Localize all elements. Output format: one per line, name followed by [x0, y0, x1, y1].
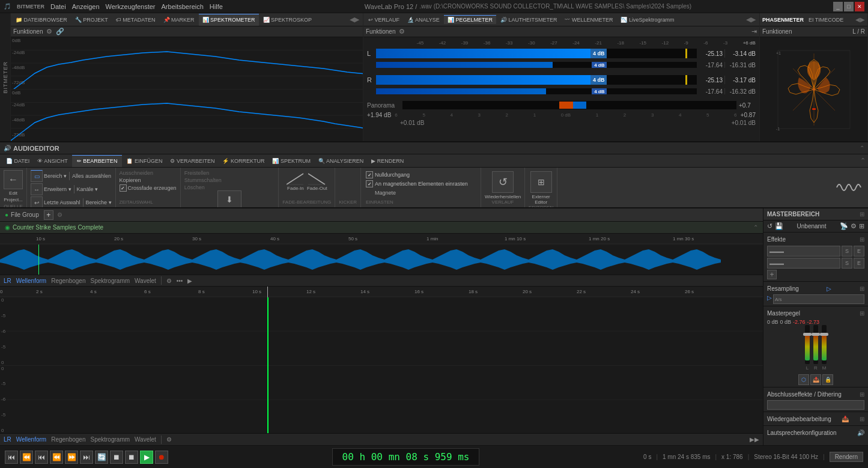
menu-datei[interactable]: Datei — [50, 3, 66, 10]
render-btn[interactable]: Rendern — [830, 452, 863, 462]
editor-collapse-btn[interactable]: ⌃ — [860, 157, 866, 165]
tab-marker[interactable]: 📌 MARKER — [160, 14, 198, 26]
editor-tab-ansicht[interactable]: 👁 ANSICHT — [34, 155, 71, 167]
tab-livespektrogramm[interactable]: 📉 LiveSpektrogramm — [617, 16, 678, 24]
view-nav-btn[interactable]: ▶▶ — [750, 436, 759, 443]
lautsprecher-section-header[interactable]: Lautsprecherkonfiguration 🔊 — [767, 428, 864, 437]
wireless-icon[interactable]: 📡 — [840, 222, 848, 230]
crossfade-checkbox[interactable]: ✓ — [120, 184, 127, 192]
lautsprecher-icon[interactable]: 🔊 — [857, 430, 864, 436]
resampling-section-header[interactable]: Resampling ▷ ⊞ — [767, 284, 864, 293]
transport-rewind[interactable]: ⏮ — [35, 451, 48, 464]
tab-lautheitsmeter[interactable]: 🔊 LAUTHEITSMETER — [497, 16, 561, 24]
fade-out-btn[interactable]: Fade-Out — [307, 172, 327, 191]
effekte-fader2[interactable]: ▬▬▬ — [767, 258, 840, 269]
preset-expand-icon[interactable]: ⊞ — [859, 222, 864, 230]
sync-icon[interactable]: 🔗 — [56, 28, 64, 35]
master-panel-expand[interactable]: ⊞ — [860, 211, 864, 217]
editor-tab-korrektur[interactable]: ⚡ KORREKTUR — [219, 155, 268, 167]
nulldurchgang-check[interactable]: ✓ Nulldurchgang — [366, 171, 476, 178]
meter-btn1[interactable]: ⬡ — [798, 374, 809, 385]
transport-back[interactable]: ⏪ — [50, 451, 63, 464]
kopieren-btn[interactable]: Kopieren — [120, 177, 141, 183]
crossfade-label[interactable]: Crossfade erzeugen — [128, 185, 177, 191]
externer-editor-btn[interactable]: ⊞ — [530, 171, 552, 193]
view-dots-btn[interactable]: ••• — [177, 278, 183, 284]
editor-tab-spektrum[interactable]: 📊 SPEKTRUM — [269, 155, 314, 167]
wellenform-view-btn2[interactable]: Wellenform — [16, 436, 46, 443]
fader-r[interactable] — [812, 333, 820, 336]
resampling-expand[interactable]: ⊞ — [860, 285, 864, 292]
tab-wellenmeter[interactable]: 〰 WELLENMETER — [561, 16, 616, 24]
editor-tab-bearbeiten[interactable]: ✏ BEARBEITEN — [72, 155, 123, 167]
spektrogramm-view-btn2[interactable]: Spektrogramm — [90, 436, 130, 443]
transport-forward[interactable]: ⏩ — [65, 451, 78, 464]
transport-stop2[interactable]: ⏹ — [125, 451, 138, 464]
freistellen-btn[interactable]: Freistellen — [184, 170, 210, 176]
resampling-play[interactable]: ▷ — [767, 294, 772, 304]
effekte-section-header[interactable]: Effekte ⊞ — [767, 234, 864, 244]
abschluss-slot[interactable] — [767, 400, 864, 410]
menu-hilfe[interactable]: Hilfe — [210, 3, 223, 10]
collapse-right-tabs[interactable]: ◀▶ — [744, 16, 758, 23]
view-settings-btn2[interactable]: ⚙ — [166, 436, 172, 443]
regenbogen-view-btn[interactable]: Regenbogen — [51, 278, 85, 284]
settings-icon[interactable]: ⚙ — [46, 28, 52, 35]
bereich-tool[interactable]: ▭ — [31, 170, 43, 182]
einfuegen-btn[interactable]: ⬇ — [217, 190, 241, 208]
transport-skip-end[interactable]: ⏭ — [80, 451, 93, 464]
tab-spektrometer[interactable]: 📊 SPEKTROMETER — [199, 14, 259, 26]
view-arrows-btn[interactable]: ▶ — [187, 278, 192, 284]
spektrogramm-view-btn[interactable]: Spektrogramm — [90, 278, 130, 284]
fader-l[interactable] — [803, 333, 812, 336]
tab-pegelmeter[interactable]: 📊 PEGELMETER — [444, 15, 496, 24]
maximize-btn[interactable]: □ — [844, 2, 854, 11]
add-group-btn[interactable]: + — [44, 210, 53, 220]
wellenform-view-btn[interactable]: Wellenform — [16, 278, 46, 284]
ausschneiden-time-btn[interactable]: Ausschneiden — [120, 170, 154, 176]
meter-btn3[interactable]: 🔒 — [822, 374, 833, 385]
collapse-left-panel[interactable]: ◀▶ — [347, 16, 362, 23]
editor-tab-rendern[interactable]: ▶ RENDERN — [368, 155, 407, 167]
transport-skip-start[interactable]: ⏮ — [5, 451, 18, 464]
erweitern-dropdown[interactable]: Erweitern ▾ — [44, 186, 71, 192]
save-icon[interactable]: 💾 — [775, 222, 783, 230]
meter-btn2[interactable]: 📤 — [810, 374, 821, 385]
transport-record[interactable]: ⏺ — [155, 451, 168, 464]
effekte-fader[interactable]: ▬▬▬ — [767, 246, 840, 257]
wiedergabe-btn1[interactable]: 📥 — [842, 416, 849, 422]
wavelet-view-btn[interactable]: Wavelet — [135, 278, 156, 284]
wiedergabe-btn2[interactable]: ⊞ — [860, 416, 864, 422]
transport-loop[interactable]: 🔄 — [95, 451, 108, 464]
editor-tab-datei[interactable]: 📄 DATEI — [2, 155, 33, 167]
masterpegel-expand[interactable]: ⊞ — [860, 310, 864, 317]
preset-settings-icon[interactable]: ⚙ — [851, 222, 857, 230]
erweitern-tool[interactable]: ↔ — [31, 183, 43, 195]
fade-in-btn[interactable]: Fade-In — [287, 172, 305, 191]
main-waveform[interactable]: 0 -5 -6 -5 0 — [0, 297, 763, 433]
editor-tab-analysieren[interactable]: 🔍 ANALYSIEREN — [315, 155, 367, 167]
overview-waveform[interactable] — [0, 245, 763, 275]
magnete-btn[interactable]: Magnete — [375, 190, 396, 196]
add-effekte-btn[interactable]: + — [767, 270, 777, 279]
editor-collapse[interactable]: ⌃ — [860, 145, 864, 151]
tab-metadaten[interactable]: 🏷 METADATEN — [112, 14, 159, 26]
bereich-dropdown[interactable]: Bereich ▾ — [44, 173, 67, 179]
alles-auswaehlen[interactable]: Alles auswählen — [72, 173, 111, 179]
meter-settings-icon[interactable]: ⚙ — [399, 28, 405, 35]
effekte-expand[interactable]: ⊞ — [860, 236, 864, 243]
transport-play[interactable]: ▶ — [140, 451, 153, 464]
kanaele-btn[interactable]: Kanäle ▾ — [77, 186, 99, 192]
masterpegel-section-header[interactable]: Masterpegel ⊞ — [767, 308, 864, 318]
tab-dateibrowser[interactable]: 📁 DATEIBROWSER — [12, 14, 71, 26]
wiederherstellen-btn[interactable]: ↺ — [492, 171, 514, 193]
collapse-phasenmeter[interactable]: ◀▶ — [855, 16, 865, 23]
wavelet-view-btn2[interactable]: Wavelet — [135, 436, 156, 443]
fader-master[interactable] — [820, 333, 828, 336]
resampling-icon[interactable]: ▷ — [827, 285, 831, 292]
abschluss-expand[interactable]: ⊞ — [860, 391, 864, 398]
abschluss-section-header[interactable]: Abschlusseffekte / Dithering ⊞ — [767, 389, 864, 399]
loeschen-btn[interactable]: Löschen — [184, 184, 205, 190]
menu-anzeigen[interactable]: Anzeigen — [72, 3, 100, 10]
tab-timecode[interactable]: EI TIMECODE — [809, 17, 843, 23]
